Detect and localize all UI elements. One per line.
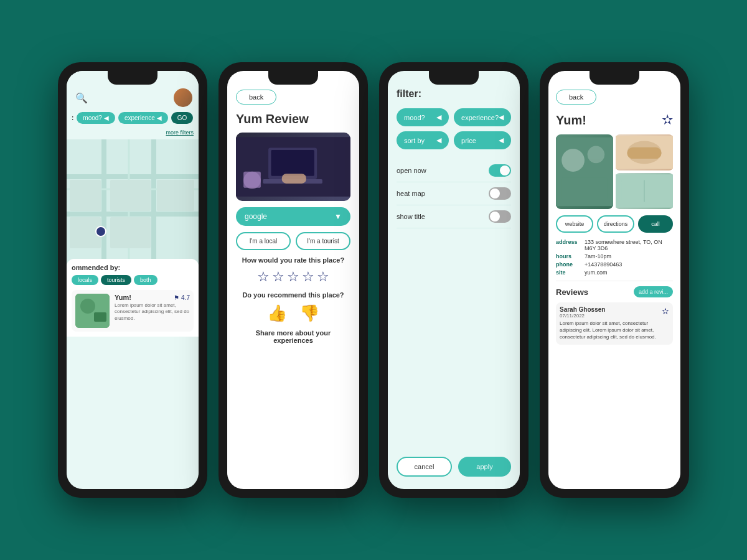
price-btn[interactable]: price ◀ bbox=[454, 131, 511, 149]
svg-point-27 bbox=[588, 146, 605, 164]
recommended-title: ommended by: bbox=[72, 264, 194, 271]
phone-3-frame: filter: mood? ◀ experience? ◀ sort by ◀ … bbox=[379, 62, 529, 498]
sort-by-btn[interactable]: sort by ◀ bbox=[397, 131, 449, 149]
filter-area: : mood? ◀ experience ◀ GO more filters bbox=[67, 112, 199, 139]
hours-row: hours 7am-10pm bbox=[556, 253, 673, 259]
share-text: Share more about your experiences bbox=[236, 329, 350, 344]
phone-4-frame: back Yum! ✫ bbox=[540, 62, 689, 498]
stars-row: ☆ ☆ ☆ ☆ ☆ bbox=[236, 269, 350, 285]
add-review-btn[interactable]: add a revi... bbox=[634, 286, 673, 297]
open-now-toggle[interactable] bbox=[489, 164, 511, 177]
website-btn[interactable]: website bbox=[556, 215, 593, 233]
phone-1-frame: 🔍 : mood? ◀ experience ◀ GO more filters bbox=[58, 62, 207, 498]
phone2-content: back Yum Review add more? bbox=[227, 71, 359, 350]
call-btn[interactable]: call bbox=[638, 215, 673, 233]
mood-filter-btn[interactable]: mood? ◀ bbox=[77, 112, 115, 124]
review-photo-container: add more? bbox=[236, 133, 350, 201]
phone-4-notch bbox=[590, 71, 639, 85]
review-title: Yum Review bbox=[236, 112, 350, 126]
phone-3: filter: mood? ◀ experience? ◀ sort by ◀ … bbox=[379, 62, 529, 498]
phone-row: phone +14378890463 bbox=[556, 261, 673, 268]
detail-photos bbox=[556, 134, 673, 209]
google-dropdown[interactable]: google ▼ bbox=[236, 207, 350, 226]
thumbs-row: 👍 👎 bbox=[236, 304, 350, 323]
filter-prefix-label: : bbox=[72, 114, 73, 121]
star-2[interactable]: ☆ bbox=[272, 269, 284, 285]
svg-rect-11 bbox=[70, 180, 101, 211]
detail-info: address 133 somewhere street, TO, ON M6Y… bbox=[556, 239, 673, 276]
phone-label: phone bbox=[556, 261, 581, 268]
search-icon[interactable]: 🔍 bbox=[73, 89, 90, 106]
cancel-btn[interactable]: cancel bbox=[397, 457, 452, 477]
mood-option-btn[interactable]: mood? ◀ bbox=[397, 108, 449, 126]
phone-2-notch bbox=[268, 71, 318, 85]
phone-1-notch bbox=[108, 71, 157, 85]
hours-value: 7am-10pm bbox=[585, 253, 611, 259]
place-rating: ⚑ 4.7 bbox=[174, 294, 190, 301]
place-card[interactable]: Yum! ⚑ 4.7 Lorem ipsum dolor sit amet, c… bbox=[72, 290, 194, 332]
back-button-phone4[interactable]: back bbox=[556, 90, 596, 105]
phone3-content: filter: mood? ◀ experience? ◀ sort by ◀ … bbox=[388, 71, 520, 489]
avatar bbox=[174, 88, 192, 107]
svg-point-25 bbox=[561, 149, 585, 172]
phone-4-screen: back Yum! ✫ bbox=[548, 71, 680, 489]
star-3[interactable]: ☆ bbox=[287, 269, 299, 285]
show-title-toggle[interactable] bbox=[489, 210, 511, 223]
star-4[interactable]: ☆ bbox=[302, 269, 314, 285]
rate-question: How would you rate this place? bbox=[236, 256, 350, 264]
back-button-phone2[interactable]: back bbox=[236, 90, 276, 105]
apply-btn[interactable]: apply bbox=[458, 457, 511, 477]
reviews-header: Reviews add a revi... bbox=[556, 286, 673, 297]
review-item-header: Sarah Ghossen 07/11/2022 ✫ bbox=[560, 306, 669, 319]
svg-rect-15 bbox=[94, 312, 106, 322]
address-row: address 133 somewhere street, TO, ON M6Y… bbox=[556, 239, 673, 251]
tourist-btn[interactable]: I'm a tourist bbox=[296, 232, 350, 250]
directions-btn[interactable]: directions bbox=[597, 215, 634, 233]
open-now-label: open now bbox=[397, 167, 426, 174]
experience-filter-btn[interactable]: experience ◀ bbox=[118, 112, 168, 124]
address-label: address bbox=[556, 239, 581, 251]
thumbs-down-icon[interactable]: 👎 bbox=[299, 304, 319, 323]
local-btn[interactable]: I'm a local bbox=[236, 232, 291, 250]
tab-both[interactable]: both bbox=[134, 275, 157, 285]
tab-tourists[interactable]: tourists bbox=[101, 275, 131, 285]
svg-rect-23 bbox=[282, 174, 306, 184]
go-btn[interactable]: GO bbox=[171, 112, 194, 124]
tab-row: locals tourists both bbox=[72, 275, 194, 285]
filter-actions: cancel apply bbox=[397, 457, 511, 477]
review-star-icon: ✫ bbox=[662, 306, 669, 316]
phone-1: 🔍 : mood? ◀ experience ◀ GO more filters bbox=[58, 62, 207, 498]
review-text: Lorem ipsum dolor sit amet, consectetur … bbox=[560, 320, 669, 341]
show-title-label: show title bbox=[397, 213, 425, 220]
detail-photo-main bbox=[556, 134, 613, 209]
filter-options-grid: mood? ◀ experience? ◀ sort by ◀ price ◀ bbox=[397, 108, 511, 149]
phone-1-screen: 🔍 : mood? ◀ experience ◀ GO more filters bbox=[67, 71, 199, 489]
detail-photo-sm-1 bbox=[616, 134, 673, 170]
hours-label: hours bbox=[556, 253, 581, 259]
heat-map-label: heat map bbox=[397, 190, 425, 197]
phone-2: back Yum Review add more? bbox=[218, 62, 368, 498]
star-1[interactable]: ☆ bbox=[257, 269, 270, 285]
star-5[interactable]: ☆ bbox=[317, 269, 329, 285]
thumbs-up-icon[interactable]: 👍 bbox=[267, 304, 287, 323]
more-filters-link[interactable]: more filters bbox=[161, 129, 194, 136]
detail-title: Yum! bbox=[556, 113, 586, 128]
detail-photo-sm-2 bbox=[616, 173, 673, 209]
svg-rect-26 bbox=[561, 177, 608, 200]
site-value: yum.com bbox=[585, 269, 608, 276]
heat-map-toggle[interactable] bbox=[489, 187, 511, 200]
detail-star-icon: ✫ bbox=[662, 112, 673, 128]
heat-map-toggle-row: heat map bbox=[397, 182, 511, 205]
phone-value: +14378890463 bbox=[585, 261, 622, 268]
local-tourist-row: I'm a local I'm a tourist bbox=[236, 232, 350, 250]
svg-point-14 bbox=[80, 299, 95, 314]
reviews-section: Reviews add a revi... Sarah Ghossen 07/1… bbox=[556, 281, 673, 345]
filter-title: filter: bbox=[397, 88, 511, 100]
place-info: Yum! ⚑ 4.7 Lorem ipsum dolor sit amet, c… bbox=[115, 294, 190, 328]
phone-3-screen: filter: mood? ◀ experience? ◀ sort by ◀ … bbox=[388, 71, 520, 489]
svg-rect-9 bbox=[110, 217, 151, 248]
svg-point-12 bbox=[96, 226, 106, 236]
tab-locals[interactable]: locals bbox=[72, 275, 98, 285]
experience-option-btn[interactable]: experience? ◀ bbox=[454, 108, 511, 126]
site-row: site yum.com bbox=[556, 269, 673, 276]
